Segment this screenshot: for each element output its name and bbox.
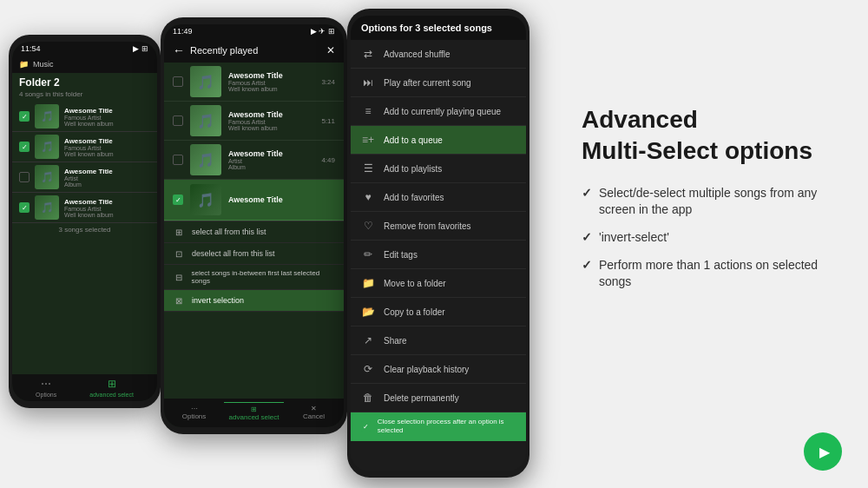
back-time: 11:54 bbox=[21, 44, 41, 53]
list-item[interactable]: 🎵 Awesome Title Famous Artist Well known… bbox=[164, 63, 344, 102]
copy-to-folder-item[interactable]: 📂 Copy to a folder bbox=[351, 298, 526, 326]
list-item[interactable]: ✓ 🎵 Awesome Title Famous Artist Well kno… bbox=[12, 132, 157, 162]
song-info: Awesome Title Famous Artist Well known a… bbox=[228, 71, 314, 92]
add-to-queue-playing-item[interactable]: ≡ Add to currently playing queue bbox=[351, 97, 526, 126]
folder-icon: 📁 bbox=[19, 60, 29, 69]
mid-phone: 11:49 ▶ ✈ ⊞ ← Recently played ✕ 🎵 Awesom… bbox=[161, 17, 347, 434]
options-tab[interactable]: ⋯ Options bbox=[36, 378, 56, 398]
checkbox-empty[interactable] bbox=[173, 155, 183, 165]
advanced-select-icon: ⊞ bbox=[108, 378, 116, 390]
back-icon[interactable]: ← bbox=[173, 43, 185, 57]
song-info: Awesome Title Famous Artist Well known a… bbox=[64, 137, 150, 157]
list-item[interactable]: ✓ 🎵 Awesome Title Famous Artist Well kno… bbox=[12, 102, 157, 132]
song-info: Awesome Title Artist Album bbox=[64, 168, 150, 188]
select-all-icon: ⊞ bbox=[173, 226, 185, 238]
playlist-icon: ☰ bbox=[361, 162, 375, 175]
heart-empty-icon: ♡ bbox=[361, 219, 375, 233]
share-item[interactable]: ↗ Share bbox=[351, 326, 526, 355]
song-info: Awesome Title Famous Artist Well known a… bbox=[228, 110, 314, 131]
info-bullets: Select/de-select multiple songs from any… bbox=[582, 185, 842, 291]
close-after-action-label: Close selection process after an option … bbox=[378, 418, 516, 436]
back-phone: 11:54 ▶ ⊞ 📁 Music Folder 2 4 songs in th… bbox=[9, 35, 161, 408]
folder-move-icon: 📁 bbox=[361, 276, 375, 290]
list-item[interactable]: 🎵 Awesome Title Artist Album bbox=[12, 162, 157, 193]
bullet-1: Select/de-select multiple songs from any… bbox=[582, 185, 842, 219]
list-item[interactable]: ✓ 🎵 Awesome Title Famous Artist Well kno… bbox=[12, 193, 157, 223]
add-to-queue-item[interactable]: ≡+ Add to a queue bbox=[351, 126, 526, 155]
select-all-menu-item[interactable]: ⊞ select all from this list bbox=[164, 221, 344, 243]
checkbox-selected[interactable]: ✓ bbox=[173, 195, 183, 205]
delete-permanently-item[interactable]: 🗑 Delete permanently bbox=[351, 384, 526, 412]
folder-copy-icon: 📂 bbox=[361, 305, 375, 319]
info-title: Advanced Multi-Select options bbox=[582, 104, 842, 168]
close-after-action-row[interactable]: ✓ Close selection process after an optio… bbox=[351, 412, 526, 441]
album-art: 🎵 bbox=[190, 66, 221, 97]
album-art: 🎵 bbox=[190, 144, 221, 175]
add-to-playlists-item[interactable]: ☰ Add to playlists bbox=[351, 155, 526, 183]
invert-icon: ⊠ bbox=[173, 294, 185, 307]
back-header: 📁 Music bbox=[12, 56, 157, 73]
deselect-all-menu-item[interactable]: ⊡ deselect all from this list bbox=[164, 243, 344, 265]
advanced-icon: ⊞ bbox=[227, 406, 281, 413]
mid-phone-screen: 11:49 ▶ ✈ ⊞ ← Recently played ✕ 🎵 Awesom… bbox=[164, 24, 344, 427]
list-item[interactable]: 🎵 Awesome Title Famous Artist Well known… bbox=[164, 102, 344, 141]
close-after-action-checkbox[interactable]: ✓ bbox=[361, 421, 371, 432]
add-to-favorites-item[interactable]: ♥ Add to favorites bbox=[351, 183, 526, 212]
back-header-label: Music bbox=[33, 60, 54, 69]
bullet-2: 'invert-select' bbox=[582, 229, 842, 247]
heart-icon: ♥ bbox=[361, 190, 375, 204]
mid-header-label: Recently played bbox=[190, 45, 321, 56]
album-art-selected: 🎵 bbox=[190, 184, 221, 215]
front-phone-screen: Options for 3 selected songs ⇄ Advanced … bbox=[351, 16, 526, 471]
app-logo[interactable] bbox=[804, 432, 842, 471]
album-art: 🎵 bbox=[35, 165, 59, 189]
checkbox[interactable]: ✓ bbox=[19, 142, 30, 152]
album-art: 🎵 bbox=[35, 104, 59, 129]
back-status-bar: 11:54 ▶ ⊞ bbox=[12, 42, 157, 56]
cancel-icon: ✕ bbox=[286, 405, 341, 412]
mid-bottom-tabs: ⋯ Options ⊞ advanced select ✕ Cancel bbox=[164, 399, 344, 427]
advanced-select-tab[interactable]: ⊞ advanced select bbox=[89, 378, 134, 398]
song-info: Awesome Title Famous Artist Well known a… bbox=[64, 198, 150, 218]
queue-icon: ≡ bbox=[361, 104, 375, 118]
advanced-shuffle-item[interactable]: ⇄ Advanced shuffle bbox=[351, 40, 526, 69]
play-after-item[interactable]: ⏭ Play after current song bbox=[351, 69, 526, 97]
invert-menu-item[interactable]: ⊠ invert selection bbox=[164, 290, 344, 312]
shuffle-icon: ⇄ bbox=[361, 47, 375, 61]
selected-count: 3 songs selected bbox=[12, 223, 157, 236]
history-icon: ⟳ bbox=[361, 362, 375, 376]
checkbox-empty[interactable] bbox=[173, 76, 183, 87]
song-info: Awesome Title Famous Artist Well known a… bbox=[64, 107, 150, 127]
mid-options-tab[interactable]: ⋯ Options bbox=[164, 402, 224, 424]
select-between-menu-item[interactable]: ⊟ select songs in-between first last sel… bbox=[164, 265, 344, 290]
mid-status-bar: 11:49 ▶ ✈ ⊞ bbox=[164, 24, 344, 38]
checkbox[interactable]: ✓ bbox=[19, 111, 30, 122]
advanced-select-menu: ⊞ select all from this list ⊡ deselect a… bbox=[164, 221, 344, 312]
front-menu-title: Options for 3 selected songs bbox=[351, 16, 526, 40]
play-next-icon: ⏭ bbox=[361, 76, 375, 89]
bullet-3: Perform more than 1 actions on selected … bbox=[582, 257, 842, 291]
list-item[interactable]: 🎵 Awesome Title Artist Album 4:49 bbox=[164, 141, 344, 180]
mid-header: ← Recently played ✕ bbox=[164, 38, 344, 63]
remove-from-favorites-item[interactable]: ♡ Remove from favorites bbox=[351, 212, 526, 241]
checkbox[interactable]: ✓ bbox=[19, 202, 30, 213]
add-queue-icon: ≡+ bbox=[361, 133, 375, 147]
mid-advanced-tab[interactable]: ⊞ advanced select bbox=[224, 402, 284, 424]
checkbox-empty[interactable] bbox=[19, 172, 30, 182]
front-phone: Options for 3 selected songs ⇄ Advanced … bbox=[347, 9, 529, 478]
back-folder-title: Folder 2 bbox=[12, 73, 157, 90]
mid-time: 11:49 bbox=[173, 27, 193, 36]
clear-history-item[interactable]: ⟳ Clear playback history bbox=[351, 355, 526, 384]
edit-tags-item[interactable]: ✏ Edit tags bbox=[351, 241, 526, 269]
mid-cancel-tab[interactable]: ✕ Cancel bbox=[284, 402, 344, 424]
album-art: 🎵 bbox=[190, 105, 221, 136]
close-icon[interactable]: ✕ bbox=[326, 44, 335, 56]
trash-icon: 🗑 bbox=[361, 391, 375, 405]
selected-song-row[interactable]: ✓ 🎵 Awesome Title bbox=[164, 180, 344, 221]
deselect-all-icon: ⊡ bbox=[173, 247, 185, 260]
move-to-folder-item[interactable]: 📁 Move to a folder bbox=[351, 269, 526, 298]
share-icon: ↗ bbox=[361, 333, 375, 347]
options-icon: ⋯ bbox=[41, 378, 51, 390]
tag-icon: ✏ bbox=[361, 247, 375, 261]
checkbox-empty[interactable] bbox=[173, 115, 183, 126]
